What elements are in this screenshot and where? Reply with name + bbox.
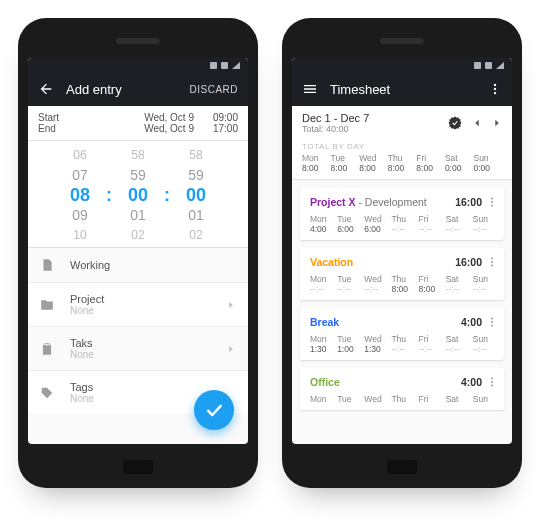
chevron-right-icon — [226, 300, 236, 310]
verified-badge-icon — [448, 116, 462, 130]
picker-value: 09 — [72, 205, 88, 225]
picker-value: 58 — [131, 145, 144, 165]
total-label: Total: 40:00 — [302, 124, 448, 134]
row-task[interactable]: Taks None — [28, 327, 248, 371]
svg-point-10 — [491, 201, 493, 203]
picker-value: 59 — [130, 165, 146, 185]
screen-add-entry: Add entry DISCARD Start Wed, Oct 9 09:00… — [28, 58, 248, 444]
card-hours: 4:00 — [461, 316, 482, 328]
svg-rect-3 — [474, 62, 481, 69]
card-overflow-icon[interactable] — [486, 196, 500, 208]
timesheet-card[interactable]: Break4:00Mon1:30Tue1:00Wed1:30Thu--:--Fr… — [300, 308, 504, 360]
card-title: Vacation — [310, 256, 455, 268]
status-bar — [292, 58, 512, 72]
screen-timesheet: Timesheet Dec 1 - Dec 7 Total: 40:00 — [292, 58, 512, 444]
picker-value: 59 — [188, 165, 204, 185]
row-value: None — [70, 349, 212, 360]
card-day-row: MonTueWedThuFriSatSun — [310, 394, 500, 404]
timesheet-card[interactable]: Project X - Development16:00Mon4:00Tue6:… — [300, 188, 504, 240]
app-bar: Add entry DISCARD — [28, 72, 248, 106]
add-entry-body: Start Wed, Oct 9 09:00 End Wed, Oct 9 17… — [28, 106, 248, 444]
end-time: 17:00 — [206, 123, 238, 134]
day-total: Tue8:00 — [331, 153, 360, 173]
row-value: None — [70, 305, 212, 316]
check-icon — [204, 400, 224, 420]
row-project[interactable]: Project None — [28, 283, 248, 327]
svg-point-16 — [491, 321, 493, 323]
picker-colon: : — [102, 145, 116, 245]
timesheet-body: Dec 1 - Dec 7 Total: 40:00 — [292, 106, 512, 444]
total-by-day-label: TOTAL BY DAY — [302, 142, 502, 151]
picker-value: 58 — [189, 145, 202, 165]
timesheet-card[interactable]: Vacation16:00Mon--:--Tue--:--Wed--:--Thu… — [300, 248, 504, 300]
svg-point-11 — [491, 205, 493, 207]
svg-marker-5 — [496, 62, 504, 69]
picker-colon: : — [160, 145, 174, 245]
day-totals-row: Mon8:00Tue8:00Wed8:00Thu8:00Fri8:00Sat0:… — [302, 153, 502, 179]
tag-icon — [40, 386, 56, 400]
picker-minutes[interactable]: 58 59 00 01 02 — [116, 145, 160, 245]
card-hours: 16:00 — [455, 256, 482, 268]
phone-add-entry: Add entry DISCARD Start Wed, Oct 9 09:00… — [18, 18, 258, 488]
card-title: Office — [310, 376, 461, 388]
phone-home — [387, 460, 417, 474]
phone-speaker — [380, 38, 424, 44]
card-hours: 4:00 — [461, 376, 482, 388]
day-total: Sat0:00 — [445, 153, 474, 173]
picker-value: 10 — [73, 225, 86, 245]
svg-rect-1 — [221, 62, 228, 69]
statusbar-triangle-icon — [496, 62, 504, 69]
picker-seconds[interactable]: 58 59 00 01 02 — [174, 145, 218, 245]
menu-icon[interactable] — [302, 81, 318, 97]
picker-value: 06 — [73, 145, 86, 165]
picker-value-selected: 00 — [128, 185, 148, 205]
confirm-fab[interactable] — [194, 390, 234, 430]
duration-picker[interactable]: 06 07 08 09 10 : 58 59 00 01 02 : 58 5 — [28, 141, 248, 248]
statusbar-square-icon — [210, 62, 217, 69]
card-title: Break — [310, 316, 461, 328]
phone-home — [123, 460, 153, 474]
picker-value: 02 — [131, 225, 144, 245]
page-title: Add entry — [66, 82, 177, 97]
overflow-icon[interactable] — [488, 82, 502, 96]
day-total: Wed8:00 — [359, 153, 388, 173]
svg-rect-0 — [210, 62, 217, 69]
svg-point-6 — [494, 84, 496, 86]
svg-point-14 — [491, 265, 493, 267]
card-title: Project X - Development — [310, 196, 455, 208]
card-overflow-icon[interactable] — [486, 256, 500, 268]
picker-value: 07 — [72, 165, 88, 185]
svg-point-12 — [491, 258, 493, 260]
timesheet-card[interactable]: Office4:00MonTueWedThuFriSatSun — [300, 368, 504, 410]
picker-value: 01 — [188, 205, 204, 225]
phone-timesheet: Timesheet Dec 1 - Dec 7 Total: 40:00 — [282, 18, 522, 488]
clipboard-icon — [40, 342, 56, 356]
card-overflow-icon[interactable] — [486, 316, 500, 328]
folder-icon — [40, 298, 56, 312]
day-total: Thu8:00 — [388, 153, 417, 173]
discard-button[interactable]: DISCARD — [189, 84, 238, 95]
next-week-button[interactable] — [492, 118, 502, 128]
card-day-row: Mon1:30Tue1:00Wed1:30Thu--:--Fri--:--Sat… — [310, 334, 500, 354]
row-working[interactable]: Working — [28, 248, 248, 283]
statusbar-square-icon — [221, 62, 228, 69]
time-range-block[interactable]: Start Wed, Oct 9 09:00 End Wed, Oct 9 17… — [28, 106, 248, 141]
svg-point-20 — [491, 385, 493, 387]
day-total: Fri8:00 — [416, 153, 445, 173]
day-total: Sun0:00 — [473, 153, 502, 173]
page-title: Timesheet — [330, 82, 476, 97]
end-label: End — [38, 123, 144, 134]
row-label: Project — [70, 293, 212, 305]
statusbar-square-icon — [485, 62, 492, 69]
start-date: Wed, Oct 9 — [144, 112, 194, 123]
card-overflow-icon[interactable] — [486, 376, 500, 388]
svg-rect-4 — [485, 62, 492, 69]
svg-point-19 — [491, 381, 493, 383]
day-total: Mon8:00 — [302, 153, 331, 173]
row-label: Working — [70, 259, 236, 271]
prev-week-button[interactable] — [472, 118, 482, 128]
card-day-row: Mon--:--Tue--:--Wed--:--Thu8:00Fri8:00Sa… — [310, 274, 500, 294]
picker-hours[interactable]: 06 07 08 09 10 — [58, 145, 102, 245]
row-label: Taks — [70, 337, 212, 349]
back-icon[interactable] — [38, 81, 54, 97]
